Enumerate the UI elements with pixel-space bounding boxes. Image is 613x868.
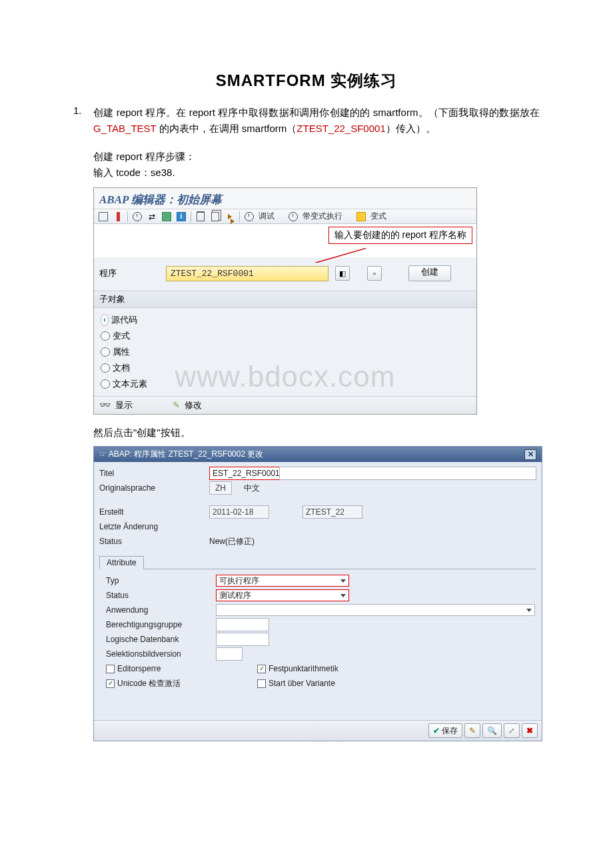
svg-line-0 [293, 243, 366, 263]
search-button[interactable]: 🔍 [482, 723, 502, 738]
forward-icon[interactable] [225, 211, 235, 222]
create-button[interactable]: 创建 [408, 265, 451, 281]
var-g-tab-test: G_TAB_TEST [93, 123, 156, 134]
dialog-title: ABAP: 程序属性 ZTEST_22_RSF0002 更改 [109, 449, 264, 459]
screenshot-se38: ABAP 编辑器：初始屏幕 ⇄ i 调试 带变式执行 变式 输入要创建的的 re… [93, 187, 477, 415]
status-label: Status [99, 537, 209, 546]
erstellt-label: Erstellt [99, 507, 209, 517]
unicode-label: Unicode 检查激活 [117, 678, 257, 689]
lang-name: 中文 [244, 483, 260, 494]
mid-instruction: 然后点击"创建"按钮。 [93, 427, 540, 439]
tab-attribute[interactable]: Attribute [99, 556, 144, 569]
callout-text: 输入要创建的的 report 程序名称 [328, 227, 472, 244]
berecht-label: Berechtigungsgruppe [101, 620, 216, 629]
startvar-checkbox[interactable] [257, 679, 266, 688]
exec-var-icon[interactable] [288, 211, 299, 222]
close-icon[interactable]: ✕ [524, 449, 536, 460]
originalsprache-label: Originalsprache [99, 483, 209, 493]
anwendung-select[interactable] [216, 604, 535, 616]
display-button[interactable]: 显示 [115, 400, 133, 410]
variant-icon[interactable] [356, 211, 366, 222]
step-line-1: 创建 report 程序步骤： [93, 149, 540, 165]
anwendung-label: Anwendung [101, 605, 216, 615]
radio-variant[interactable] [101, 331, 110, 341]
status2-label: Status [101, 591, 216, 600]
page-title: SMARTFORM 实例练习 [73, 70, 540, 91]
editorsperre-label: Editorsperre [117, 664, 257, 673]
list-number: 1. [73, 105, 93, 116]
variant-label[interactable]: 变式 [370, 211, 386, 222]
titel-label: Titel [99, 469, 209, 478]
screenshot-properties-dialog: ☞ ABAP: 程序属性 ZTEST_22_RSF0002 更改 ✕ Titel… [93, 446, 542, 741]
callout-arrow [286, 243, 366, 263]
radio-doc-label: 文档 [113, 362, 130, 374]
radio-attr-label: 属性 [113, 346, 130, 358]
toolbar-icon-red[interactable] [113, 211, 123, 222]
trash-icon[interactable] [195, 211, 206, 222]
titel-input-ext[interactable] [279, 467, 536, 480]
erstellt-date: 2011-02-18 [209, 505, 269, 519]
toolbar-icon-grid[interactable] [161, 211, 172, 222]
typ-select[interactable]: 可执行程序 [216, 575, 349, 587]
new-button-small[interactable]: ▫ [367, 266, 382, 281]
chevron-down-icon-2 [340, 594, 346, 597]
logdb-input[interactable] [216, 633, 269, 646]
program-label: 程序 [99, 267, 159, 279]
radio-variant-label: 变式 [113, 330, 130, 342]
save-button[interactable]: ✔保存 [428, 723, 462, 738]
selbild-label: Selektionsbildversion [101, 649, 216, 659]
radio-text-label: 文本元素 [113, 378, 147, 390]
chevron-down-icon-3 [526, 609, 532, 612]
glasses-icon[interactable]: 👓 [99, 399, 111, 410]
logdb-label: Logische Datenbank [101, 635, 216, 644]
startvar-label: Start über Variante [269, 679, 335, 688]
festpunkt-label: Festpunktarithmetik [269, 664, 338, 673]
status-select[interactable]: 测试程序 [216, 589, 349, 601]
chevron-down-icon [340, 579, 346, 583]
close-icon-2: ✖ [526, 726, 533, 735]
pencil-icon-2: ✎ [469, 726, 476, 735]
radio-source-label: 源代码 [111, 314, 137, 326]
expand-icon: ⤢ [508, 726, 515, 735]
expand-button[interactable]: ⤢ [504, 723, 520, 738]
step-line-2: 输入 tcode：se38. [93, 165, 540, 181]
festpunkt-checkbox[interactable]: ✓ [257, 665, 266, 673]
copy-icon[interactable] [210, 211, 221, 222]
form-name: ZTEST_22_SF0001 [297, 123, 385, 134]
radio-text[interactable] [101, 379, 110, 389]
erstellt-user: ZTEST_22 [303, 505, 362, 519]
sap-toolbar: ⇄ i 调试 带变式执行 变式 [94, 209, 476, 224]
sap-window-title: ABAP 编辑器：初始屏幕 [94, 188, 476, 209]
titel-input[interactable]: EST_22_RSF0001 [209, 467, 280, 480]
unicode-checkbox[interactable]: ✓ [106, 679, 115, 688]
program-input[interactable]: ZTEST_22_RSF0001 [166, 266, 328, 281]
check-icon: ✔ [433, 726, 440, 735]
f4-help-button[interactable]: ◧ [335, 266, 350, 281]
info-icon[interactable]: i [176, 211, 187, 222]
radio-source[interactable] [101, 314, 109, 326]
typ-label: Typ [101, 576, 216, 585]
debug-label[interactable]: 调试 [259, 211, 275, 222]
subobject-header: 子对象 [94, 291, 476, 308]
exec-var-label[interactable]: 带变式执行 [303, 211, 342, 222]
modify-button[interactable]: 修改 [185, 400, 202, 410]
lang-code: ZH [209, 481, 232, 495]
dialog-icon: ☞ [99, 449, 107, 459]
cancel-button[interactable]: ✖ [522, 723, 538, 738]
berecht-input[interactable] [216, 618, 269, 631]
toolbar-icon-1[interactable] [98, 211, 109, 222]
radio-doc[interactable] [101, 363, 110, 373]
debug-icon[interactable] [244, 211, 255, 222]
radio-attr[interactable] [101, 347, 110, 357]
letzte-label: Letzte Änderung [99, 522, 209, 531]
toolbar-icon-link[interactable]: ⇄ [147, 211, 157, 222]
status-value: New(已修正) [209, 536, 255, 547]
pencil-icon[interactable]: ✎ [173, 400, 180, 410]
search-icon: 🔍 [487, 726, 497, 735]
paragraph-1: 创建 report 程序。在 report 程序中取得数据和调用你创建的的 sm… [93, 105, 540, 137]
selbild-input[interactable] [216, 647, 243, 661]
clock-icon[interactable] [132, 211, 143, 222]
editorsperre-checkbox[interactable] [106, 665, 115, 673]
edit-button[interactable]: ✎ [464, 723, 480, 738]
